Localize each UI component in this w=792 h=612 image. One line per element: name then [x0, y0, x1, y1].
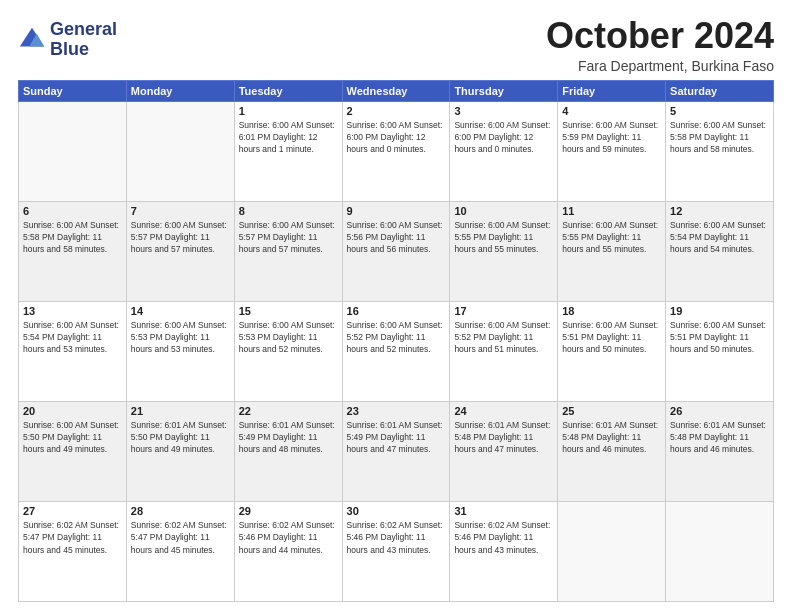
day-number: 11 — [562, 205, 661, 217]
day-header-saturday: Saturday — [666, 80, 774, 101]
day-cell: 15Sunrise: 6:00 AM Sunset: 5:53 PM Dayli… — [234, 301, 342, 401]
day-cell: 1Sunrise: 6:00 AM Sunset: 6:01 PM Daylig… — [234, 101, 342, 201]
day-cell: 21Sunrise: 6:01 AM Sunset: 5:50 PM Dayli… — [126, 401, 234, 501]
day-cell: 22Sunrise: 6:01 AM Sunset: 5:49 PM Dayli… — [234, 401, 342, 501]
day-info: Sunrise: 6:00 AM Sunset: 5:51 PM Dayligh… — [670, 319, 769, 356]
logo: General Blue — [18, 20, 117, 60]
day-cell: 25Sunrise: 6:01 AM Sunset: 5:48 PM Dayli… — [558, 401, 666, 501]
day-cell: 26Sunrise: 6:01 AM Sunset: 5:48 PM Dayli… — [666, 401, 774, 501]
day-info: Sunrise: 6:00 AM Sunset: 5:53 PM Dayligh… — [131, 319, 230, 356]
day-cell: 30Sunrise: 6:02 AM Sunset: 5:46 PM Dayli… — [342, 501, 450, 601]
day-cell: 10Sunrise: 6:00 AM Sunset: 5:55 PM Dayli… — [450, 201, 558, 301]
day-cell: 28Sunrise: 6:02 AM Sunset: 5:47 PM Dayli… — [126, 501, 234, 601]
header-row: SundayMondayTuesdayWednesdayThursdayFrid… — [19, 80, 774, 101]
day-cell: 24Sunrise: 6:01 AM Sunset: 5:48 PM Dayli… — [450, 401, 558, 501]
week-row-2: 6Sunrise: 6:00 AM Sunset: 5:58 PM Daylig… — [19, 201, 774, 301]
day-number: 5 — [670, 105, 769, 117]
day-cell — [666, 501, 774, 601]
day-number: 27 — [23, 505, 122, 517]
day-number: 21 — [131, 405, 230, 417]
day-info: Sunrise: 6:00 AM Sunset: 5:54 PM Dayligh… — [670, 219, 769, 256]
page: General Blue October 2024 Fara Departmen… — [0, 0, 792, 612]
day-cell: 14Sunrise: 6:00 AM Sunset: 5:53 PM Dayli… — [126, 301, 234, 401]
title-area: October 2024 Fara Department, Burkina Fa… — [546, 16, 774, 74]
day-info: Sunrise: 6:01 AM Sunset: 5:49 PM Dayligh… — [347, 419, 446, 456]
day-info: Sunrise: 6:01 AM Sunset: 5:48 PM Dayligh… — [670, 419, 769, 456]
day-info: Sunrise: 6:01 AM Sunset: 5:49 PM Dayligh… — [239, 419, 338, 456]
day-info: Sunrise: 6:00 AM Sunset: 5:53 PM Dayligh… — [239, 319, 338, 356]
day-info: Sunrise: 6:00 AM Sunset: 5:56 PM Dayligh… — [347, 219, 446, 256]
day-header-monday: Monday — [126, 80, 234, 101]
logo-line1: General — [50, 20, 117, 40]
day-cell: 12Sunrise: 6:00 AM Sunset: 5:54 PM Dayli… — [666, 201, 774, 301]
day-cell: 19Sunrise: 6:00 AM Sunset: 5:51 PM Dayli… — [666, 301, 774, 401]
day-number: 26 — [670, 405, 769, 417]
day-number: 1 — [239, 105, 338, 117]
day-cell: 29Sunrise: 6:02 AM Sunset: 5:46 PM Dayli… — [234, 501, 342, 601]
day-number: 29 — [239, 505, 338, 517]
day-number: 6 — [23, 205, 122, 217]
day-info: Sunrise: 6:00 AM Sunset: 6:00 PM Dayligh… — [454, 119, 553, 156]
day-info: Sunrise: 6:00 AM Sunset: 5:52 PM Dayligh… — [347, 319, 446, 356]
day-info: Sunrise: 6:02 AM Sunset: 5:46 PM Dayligh… — [454, 519, 553, 556]
day-info: Sunrise: 6:02 AM Sunset: 5:47 PM Dayligh… — [23, 519, 122, 556]
day-info: Sunrise: 6:01 AM Sunset: 5:50 PM Dayligh… — [131, 419, 230, 456]
logo-line2: Blue — [50, 40, 117, 60]
day-number: 28 — [131, 505, 230, 517]
day-number: 22 — [239, 405, 338, 417]
day-info: Sunrise: 6:00 AM Sunset: 6:00 PM Dayligh… — [347, 119, 446, 156]
day-info: Sunrise: 6:00 AM Sunset: 5:57 PM Dayligh… — [239, 219, 338, 256]
day-number: 18 — [562, 305, 661, 317]
day-cell — [558, 501, 666, 601]
month-title: October 2024 — [546, 16, 774, 56]
day-number: 8 — [239, 205, 338, 217]
day-info: Sunrise: 6:00 AM Sunset: 5:52 PM Dayligh… — [454, 319, 553, 356]
day-number: 24 — [454, 405, 553, 417]
day-info: Sunrise: 6:00 AM Sunset: 5:58 PM Dayligh… — [23, 219, 122, 256]
day-number: 31 — [454, 505, 553, 517]
day-info: Sunrise: 6:00 AM Sunset: 5:55 PM Dayligh… — [562, 219, 661, 256]
day-number: 7 — [131, 205, 230, 217]
day-info: Sunrise: 6:02 AM Sunset: 5:46 PM Dayligh… — [347, 519, 446, 556]
day-cell: 2Sunrise: 6:00 AM Sunset: 6:00 PM Daylig… — [342, 101, 450, 201]
day-cell: 20Sunrise: 6:00 AM Sunset: 5:50 PM Dayli… — [19, 401, 127, 501]
day-cell — [126, 101, 234, 201]
week-row-1: 1Sunrise: 6:00 AM Sunset: 6:01 PM Daylig… — [19, 101, 774, 201]
week-row-5: 27Sunrise: 6:02 AM Sunset: 5:47 PM Dayli… — [19, 501, 774, 601]
day-number: 17 — [454, 305, 553, 317]
day-cell: 4Sunrise: 6:00 AM Sunset: 5:59 PM Daylig… — [558, 101, 666, 201]
day-number: 12 — [670, 205, 769, 217]
day-header-wednesday: Wednesday — [342, 80, 450, 101]
week-row-3: 13Sunrise: 6:00 AM Sunset: 5:54 PM Dayli… — [19, 301, 774, 401]
header: General Blue October 2024 Fara Departmen… — [18, 16, 774, 74]
day-number: 3 — [454, 105, 553, 117]
day-header-sunday: Sunday — [19, 80, 127, 101]
day-info: Sunrise: 6:00 AM Sunset: 6:01 PM Dayligh… — [239, 119, 338, 156]
day-number: 9 — [347, 205, 446, 217]
day-cell: 8Sunrise: 6:00 AM Sunset: 5:57 PM Daylig… — [234, 201, 342, 301]
day-number: 16 — [347, 305, 446, 317]
day-info: Sunrise: 6:02 AM Sunset: 5:47 PM Dayligh… — [131, 519, 230, 556]
day-info: Sunrise: 6:00 AM Sunset: 5:58 PM Dayligh… — [670, 119, 769, 156]
logo-text: General Blue — [50, 20, 117, 60]
day-number: 2 — [347, 105, 446, 117]
day-header-thursday: Thursday — [450, 80, 558, 101]
week-row-4: 20Sunrise: 6:00 AM Sunset: 5:50 PM Dayli… — [19, 401, 774, 501]
day-cell: 7Sunrise: 6:00 AM Sunset: 5:57 PM Daylig… — [126, 201, 234, 301]
day-number: 4 — [562, 105, 661, 117]
day-number: 20 — [23, 405, 122, 417]
day-cell: 13Sunrise: 6:00 AM Sunset: 5:54 PM Dayli… — [19, 301, 127, 401]
day-info: Sunrise: 6:00 AM Sunset: 5:57 PM Dayligh… — [131, 219, 230, 256]
day-info: Sunrise: 6:02 AM Sunset: 5:46 PM Dayligh… — [239, 519, 338, 556]
day-info: Sunrise: 6:01 AM Sunset: 5:48 PM Dayligh… — [562, 419, 661, 456]
day-cell: 31Sunrise: 6:02 AM Sunset: 5:46 PM Dayli… — [450, 501, 558, 601]
day-info: Sunrise: 6:01 AM Sunset: 5:48 PM Dayligh… — [454, 419, 553, 456]
day-info: Sunrise: 6:00 AM Sunset: 5:50 PM Dayligh… — [23, 419, 122, 456]
day-cell: 16Sunrise: 6:00 AM Sunset: 5:52 PM Dayli… — [342, 301, 450, 401]
day-cell: 23Sunrise: 6:01 AM Sunset: 5:49 PM Dayli… — [342, 401, 450, 501]
day-cell: 17Sunrise: 6:00 AM Sunset: 5:52 PM Dayli… — [450, 301, 558, 401]
day-number: 13 — [23, 305, 122, 317]
subtitle: Fara Department, Burkina Faso — [546, 58, 774, 74]
day-number: 14 — [131, 305, 230, 317]
day-cell: 3Sunrise: 6:00 AM Sunset: 6:00 PM Daylig… — [450, 101, 558, 201]
